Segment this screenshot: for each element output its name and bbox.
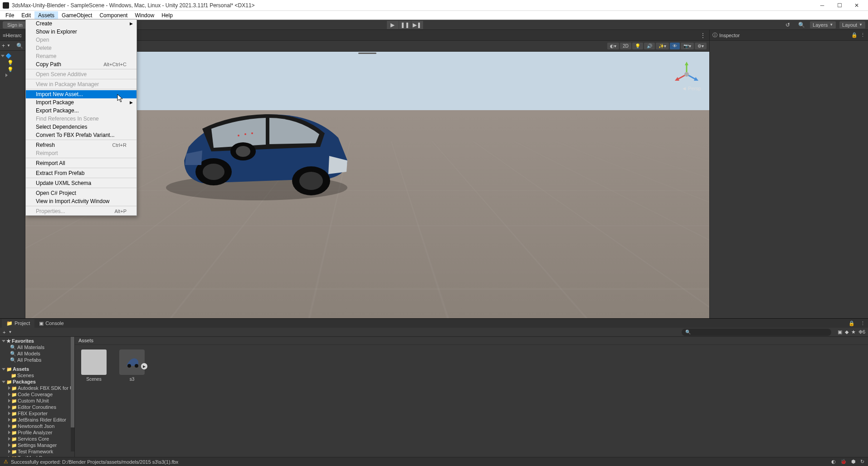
2d-toggle-button[interactable]: 2D xyxy=(620,43,631,49)
menu-item-convert-to-fbx-prefab-variant[interactable]: Convert To FBX Prefab Variant... xyxy=(26,131,137,140)
menu-item-copy-path[interactable]: Copy PathAlt+Ctrl+C xyxy=(26,60,137,69)
step-button[interactable]: ▶❚ xyxy=(411,21,423,29)
menu-item-reimport-all[interactable]: Reimport All xyxy=(26,159,137,168)
add-button[interactable]: + xyxy=(2,43,5,49)
menu-item-refresh[interactable]: RefreshCtrl+R xyxy=(26,141,137,149)
perspective-label[interactable]: Persp xyxy=(682,86,701,91)
asset-folder[interactable]: Scenes xyxy=(79,350,108,382)
save-search-icon[interactable]: ★ xyxy=(851,329,856,335)
tree-folder[interactable]: 📁 Code Coverage xyxy=(0,391,74,398)
console-tab[interactable]: ▣Console xyxy=(34,319,68,328)
status-bug-icon[interactable]: 🐞 xyxy=(840,459,847,465)
inspector-tab[interactable]: Inspector xyxy=(719,33,740,38)
hierarchy-item[interactable]: 💡 xyxy=(1,66,24,73)
tree-folder[interactable]: 📁 Settings Manager xyxy=(0,442,74,448)
svg-point-19 xyxy=(127,364,131,368)
axis-gizmo[interactable] xyxy=(673,61,700,88)
tree-folder[interactable]: 📁 Scenes xyxy=(0,372,74,379)
project-tab[interactable]: 📁Project xyxy=(2,319,34,328)
menu-item-show-in-explorer[interactable]: Show in Explorer xyxy=(26,28,137,36)
hidden-toggle-button[interactable]: 👁 xyxy=(670,43,680,49)
favorite-item[interactable]: 🔍 All Materials xyxy=(0,344,74,350)
camera-toggle-button[interactable]: 📷▾ xyxy=(681,43,694,49)
menu-gameobject[interactable]: GameObject xyxy=(58,11,96,19)
menu-item-export-package[interactable]: Export Package... xyxy=(26,107,137,115)
menu-file[interactable]: File xyxy=(2,11,18,19)
inspector-menu-icon[interactable]: ⋮ xyxy=(860,32,865,38)
close-button[interactable]: ✕ xyxy=(848,0,865,11)
tree-folder[interactable]: 📁 Test Framework xyxy=(0,448,74,455)
menu-item-rename: Rename xyxy=(26,52,137,60)
view-options-button[interactable]: ◐▾ xyxy=(607,43,619,49)
menu-item-open-c-project[interactable]: Open C# Project xyxy=(26,189,137,197)
audio-toggle-button[interactable]: 🔊 xyxy=(644,43,655,49)
lock-icon[interactable]: 🔒 xyxy=(851,32,858,38)
tree-scrollbar-thumb[interactable] xyxy=(71,337,74,427)
hidden-packages-button[interactable]: ❉6 xyxy=(858,329,865,335)
tree-folder[interactable]: 📁 Autodesk FBX SDK for Un xyxy=(0,385,74,391)
tree-folder[interactable]: 📁 Custom NUnit xyxy=(0,398,74,404)
favorite-item[interactable]: 🔍 All Prefabs xyxy=(0,357,74,363)
menu-item-create[interactable]: Create▶ xyxy=(26,19,137,28)
filter-by-type-icon[interactable]: ▣ xyxy=(838,329,842,335)
favorites-header[interactable]: ★ Favorites xyxy=(0,338,74,344)
tree-folder[interactable]: 📁 FBX Exporter xyxy=(0,410,74,417)
menu-item-view-in-import-activity-window[interactable]: View in Import Activity Window xyxy=(26,197,137,206)
svg-point-18 xyxy=(684,72,689,77)
assets-dropdown-menu: Create▶Show in ExplorerOpenDeleteRenameC… xyxy=(25,19,137,216)
layers-dropdown[interactable]: Layers ▼ xyxy=(810,21,836,29)
search-icon[interactable]: 🔍 xyxy=(796,21,806,29)
hierarchy-item[interactable] xyxy=(1,73,24,78)
assets-header[interactable]: 📁 Assets xyxy=(0,366,74,372)
hierarchy-search-icon[interactable]: 🔍 xyxy=(16,43,23,49)
lighting-toggle-button[interactable]: 💡 xyxy=(632,43,643,49)
panel-drag-handle[interactable] xyxy=(358,53,376,54)
undo-history-icon[interactable]: ↺ xyxy=(783,21,793,29)
menu-item-update-uxml-schema[interactable]: Update UXML Schema xyxy=(26,179,137,188)
packages-header[interactable]: 📁 Packages xyxy=(0,379,74,385)
menu-item-extract-from-prefab[interactable]: Extract From Prefab xyxy=(26,169,137,178)
layout-dropdown[interactable]: Layout ▼ xyxy=(839,21,865,29)
menu-item-import-package[interactable]: Import Package▶ xyxy=(26,98,137,107)
filter-by-label-icon[interactable]: ◆ xyxy=(845,329,848,335)
minimize-button[interactable]: ─ xyxy=(814,0,831,11)
tree-folder[interactable]: 📁 TextMeshPro xyxy=(0,455,74,457)
project-search-input[interactable]: 🔍 xyxy=(682,329,831,336)
gizmos-dropdown[interactable]: ⚙▾ xyxy=(695,43,707,49)
menu-edit[interactable]: Edit xyxy=(18,11,34,19)
menu-window[interactable]: Window xyxy=(131,11,158,19)
menu-help[interactable]: Help xyxy=(158,11,176,19)
hierarchy-item[interactable]: 🔷 xyxy=(1,53,24,59)
tree-folder[interactable]: 📁 Profile Analyzer xyxy=(0,429,74,436)
project-tree[interactable]: ★ Favorites 🔍 All Materials 🔍 All Models… xyxy=(0,337,75,457)
menu-item-import-new-asset[interactable]: Import New Asset... xyxy=(26,90,137,98)
hierarchy-tab[interactable]: ≡ Hierarc xyxy=(0,30,25,41)
status-reload-icon[interactable]: ↻ xyxy=(860,459,864,465)
svg-point-9 xyxy=(238,135,239,136)
menu-item-open: Open xyxy=(26,36,137,44)
status-progress-icon[interactable]: ◐ xyxy=(831,459,836,465)
fx-toggle-button[interactable]: ✨▾ xyxy=(656,43,669,49)
maximize-button[interactable]: ☐ xyxy=(831,0,848,11)
assets-breadcrumb[interactable]: Assets xyxy=(75,337,868,345)
car-model[interactable] xyxy=(148,83,366,210)
tab-menu-icon[interactable]: ⋮ xyxy=(697,32,709,39)
tree-folder[interactable]: 📁 Newtonsoft Json xyxy=(0,423,74,429)
menu-assets[interactable]: Assets xyxy=(34,11,58,19)
tree-folder[interactable]: 📁 Services Core xyxy=(0,436,74,442)
menu-component[interactable]: Component xyxy=(96,11,131,19)
status-cache-icon[interactable]: ⬢ xyxy=(851,459,856,465)
tree-folder[interactable]: 📁 Editor Coroutines xyxy=(0,404,74,410)
sign-in-button[interactable]: Sign in xyxy=(3,21,27,29)
lock-icon[interactable]: 🔒 xyxy=(846,320,858,326)
tree-folder[interactable]: 📁 JetBrains Rider Editor xyxy=(0,417,74,423)
pause-button[interactable]: ❚❚ xyxy=(399,21,411,29)
add-asset-button[interactable]: + xyxy=(3,330,5,335)
play-button[interactable]: ▶ xyxy=(387,21,399,29)
panel-menu-icon[interactable]: ⋮ xyxy=(858,320,868,326)
favorite-item[interactable]: 🔍 All Models xyxy=(0,350,74,357)
folder-thumb-icon xyxy=(81,350,107,375)
asset-model[interactable]: ▶ s3 xyxy=(117,350,146,382)
hierarchy-item[interactable]: 💡 xyxy=(1,59,24,66)
menu-item-select-dependencies[interactable]: Select Dependencies xyxy=(26,123,137,131)
